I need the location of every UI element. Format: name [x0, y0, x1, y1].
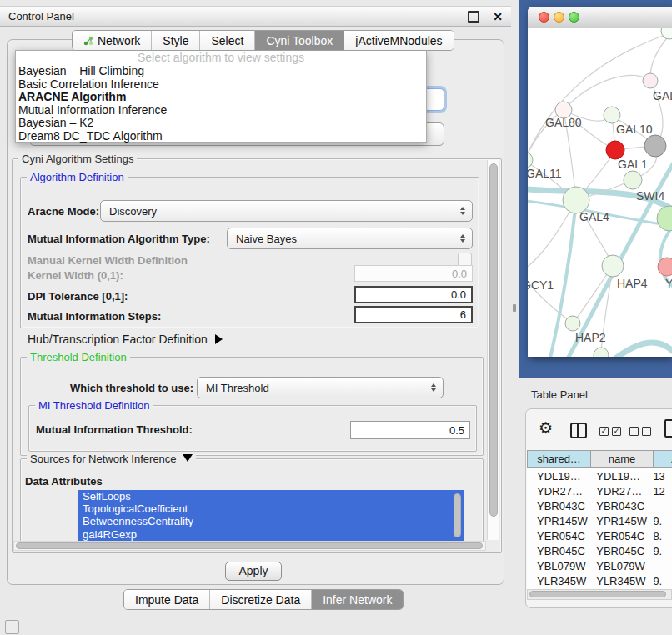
table-row[interactable]: YLR345WYLR345W9. — [527, 574, 672, 589]
table-cell[interactable]: 9. — [648, 545, 672, 558]
gear-icon[interactable]: ⚙ — [539, 420, 553, 437]
apply-button[interactable]: Apply — [225, 562, 282, 581]
table-cell[interactable]: YBL079W — [527, 560, 588, 572]
network-node-y[interactable] — [658, 258, 672, 276]
table-cell[interactable]: YPR145W — [588, 515, 648, 528]
network-window[interactable]: GALGAL80GAL10GAL1GAL11SWI4GAL4GCY1HAP4YH… — [528, 7, 672, 357]
algorithm-option-mutual-information-inference[interactable]: Mutual Information Inference — [16, 104, 426, 118]
tab-network[interactable]: Network — [73, 31, 151, 50]
dropdown-placeholder: Select algorithm to view settings — [16, 51, 426, 65]
table-cell[interactable]: YDL19… — [588, 470, 648, 482]
network-node-gal[interactable] — [643, 73, 658, 88]
control-panel-titlebar[interactable]: Control Panel ✕ — [0, 6, 511, 27]
table-cell[interactable]: YBL079W — [588, 560, 648, 572]
kernel-width-field[interactable]: 0.0 — [354, 265, 473, 282]
table-cell[interactable]: 8. — [648, 530, 672, 542]
table-cell[interactable]: YBR045C — [588, 545, 648, 558]
table-cell[interactable]: 9. — [648, 575, 672, 588]
network-node[interactable] — [594, 348, 609, 357]
tab-cyni-toolbox[interactable]: Cyni Toolbox — [254, 31, 344, 50]
checked-checkboxes-icon[interactable]: ✓✓ — [599, 427, 621, 436]
settings-horizontal-scrollbar[interactable] — [13, 541, 486, 551]
aracne-mode-select[interactable]: Discovery — [100, 200, 473, 222]
network-node-hap2[interactable] — [565, 316, 580, 331]
column-header-shared[interactable]: shared… — [527, 450, 591, 468]
table-row[interactable]: YDR27…YDR27…12 — [527, 483, 672, 498]
table-cell[interactable]: YDL19… — [527, 470, 588, 482]
table-body: YDL19…YDL19…13YDR27…YDR27…12YBR043CYBR04… — [527, 468, 672, 589]
table-cell[interactable]: YER054C — [527, 530, 588, 542]
network-node-hap4[interactable] — [602, 255, 624, 277]
algorithm-option-dream8-dc-tdc-algorithm[interactable]: Dream8 DC_TDC Algorithm — [16, 130, 426, 143]
network-edge[interactable] — [611, 342, 672, 357]
collapsed-panel-icon[interactable] — [5, 620, 19, 634]
algorithm-option-basic-correlation-inference[interactable]: Basic Correlation Inference — [16, 78, 426, 92]
column-header-a[interactable]: A — [653, 450, 672, 468]
minimize-traffic-light-icon[interactable] — [554, 12, 564, 22]
document-icon[interactable] — [664, 419, 672, 438]
bottom-tab-impute-data[interactable]: Impute Data — [124, 590, 209, 609]
table-cell[interactable]: YDR27… — [588, 485, 648, 498]
settings-vertical-scrollbar[interactable] — [487, 160, 499, 540]
table-cell[interactable]: 12 — [648, 485, 672, 498]
attribute-item-betweennesscentrality[interactable]: BetweennessCentrality — [78, 515, 464, 528]
network-window-titlebar[interactable] — [528, 7, 672, 28]
bottom-tab-discretize-data[interactable]: Discretize Data — [209, 590, 311, 609]
attribute-item-selfloops[interactable]: SelfLoops — [78, 490, 464, 502]
algorithm-option-aracne-algorithm[interactable]: ARACNE Algorithm — [16, 91, 426, 104]
network-node-gal11[interactable] — [528, 152, 533, 168]
network-node-gal1[interactable] — [606, 141, 624, 159]
network-node[interactable] — [657, 206, 672, 231]
table-row[interactable]: YBR045CYBR045C9. — [527, 543, 672, 558]
which-threshold-select[interactable]: MI Threshold — [197, 377, 444, 398]
network-canvas[interactable]: GALGAL80GAL10GAL1GAL11SWI4GAL4GCY1HAP4YH… — [528, 28, 672, 357]
close-traffic-light-icon[interactable] — [539, 12, 549, 22]
table-cell[interactable]: YLR345W — [527, 575, 588, 588]
table-row[interactable]: YBL079WYBL079W — [527, 559, 672, 574]
tab-jactivemnodules[interactable]: jActiveMNodules — [344, 31, 453, 50]
network-node-gal10[interactable] — [604, 107, 620, 123]
mi-threshold-field[interactable]: 0.5 — [350, 421, 470, 439]
table-cell[interactable]: YPR145W — [527, 515, 588, 528]
dpi-tolerance-field[interactable]: 0.0 — [354, 286, 473, 303]
table-cell[interactable]: YLR345W — [588, 575, 648, 588]
table-cell[interactable]: 13 — [648, 470, 672, 482]
mi-steps-field[interactable]: 6 — [354, 306, 473, 323]
table-row[interactable]: YBR043CYBR043C — [527, 498, 672, 513]
attribute-item-topologicalcoefficient[interactable]: TopologicalCoefficient — [78, 502, 464, 515]
hub-definition-toggle[interactable]: Hub/Transcription Factor Definition — [28, 332, 223, 346]
algorithm-option-bayesian-hill-climbing[interactable]: Bayesian – Hill Climbing — [16, 65, 426, 78]
split-columns-icon[interactable] — [570, 422, 587, 438]
table-row[interactable]: YER054CYER054C8. — [527, 528, 672, 543]
bottom-tab-infer-network[interactable]: Infer Network — [311, 590, 403, 609]
table-cell[interactable]: 9. — [648, 515, 672, 528]
table-row[interactable]: YDL19…YDL19…13 — [527, 468, 672, 483]
zoom-traffic-light-icon[interactable] — [569, 12, 579, 22]
mi-type-select[interactable]: Naive Bayes — [227, 228, 473, 249]
column-header-name[interactable]: name — [590, 450, 654, 468]
table-horizontal-scrollbar[interactable] — [527, 589, 672, 600]
table-cell[interactable]: YBR045C — [527, 545, 588, 558]
attribute-list-scrollbar[interactable] — [454, 493, 461, 538]
sources-group-title[interactable]: Sources for Network Inference — [27, 452, 196, 465]
table-cell[interactable]: YBR043C — [588, 500, 648, 512]
attribute-item-gal4rgexp[interactable]: gal4RGexp — [78, 528, 464, 541]
network-edge[interactable] — [566, 153, 672, 357]
table-cell[interactable]: YDR27… — [527, 485, 588, 498]
network-node[interactable] — [644, 135, 666, 157]
table-cell[interactable]: YER054C — [588, 530, 648, 542]
float-icon[interactable] — [468, 11, 479, 22]
table-cell[interactable]: YBR043C — [527, 500, 588, 512]
tab-style[interactable]: Style — [151, 31, 199, 50]
algorithm-option-bayesian-k2[interactable]: Bayesian – K2 — [16, 117, 426, 130]
network-node-swi4[interactable] — [624, 171, 642, 189]
table-row[interactable]: YPR145WYPR145W9. — [527, 513, 672, 528]
node-label: GAL80 — [545, 116, 582, 129]
close-icon[interactable]: ✕ — [493, 10, 503, 23]
network-node[interactable] — [661, 28, 672, 39]
unchecked-checkboxes-icon[interactable] — [629, 427, 651, 436]
splitter-handle[interactable] — [513, 304, 516, 312]
network-edge[interactable] — [564, 75, 650, 110]
node-label: HAP4 — [617, 277, 648, 290]
tab-select[interactable]: Select — [199, 31, 254, 50]
